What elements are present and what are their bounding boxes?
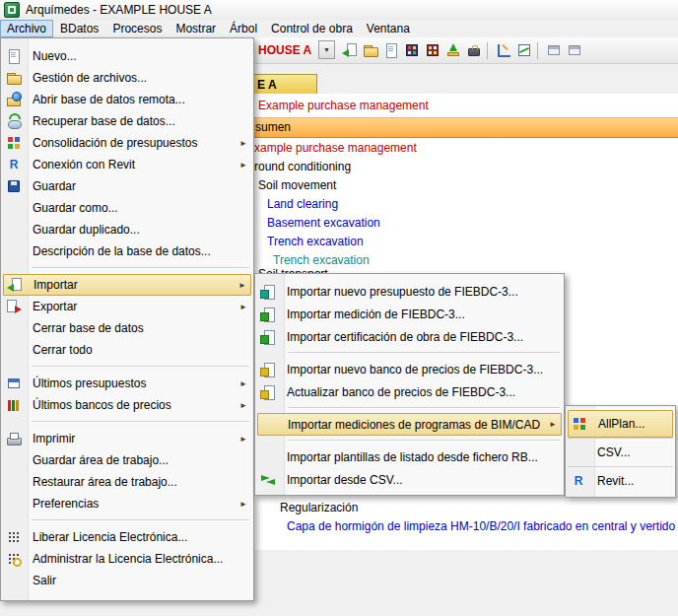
- tree-item[interactable]: xample purchase management: [254, 141, 417, 155]
- menu-item-ultimos-presupuestos[interactable]: Últimos presupuestos ►: [1, 373, 253, 394]
- submenu-item-csv[interactable]: CSV...: [566, 439, 675, 466]
- tree-item[interactable]: Land clearing: [267, 197, 338, 211]
- submenu-item-importar-presupuesto-fiebdc[interactable]: Importar nuevo presupuesto de FIEBDC-3..…: [255, 280, 564, 303]
- tree-item: sumen: [255, 120, 291, 134]
- menu-item-label: Importar certificación de obra de FIEBDC…: [287, 330, 560, 344]
- menubar-item-procesos[interactable]: Procesos: [105, 20, 169, 37]
- menu-item-label: Exportar: [33, 300, 239, 313]
- menu-item-nuevo[interactable]: Nuevo...: [1, 45, 253, 67]
- copy-document-icon[interactable]: [380, 40, 399, 60]
- menu-item-abrir-bd-remota[interactable]: Abrir base de datos remota...: [1, 89, 253, 110]
- menu-item-conexion-revit[interactable]: R Conexión con Revit ►: [1, 154, 253, 175]
- budget-database-icon[interactable]: [401, 40, 420, 60]
- tree-item[interactable]: round conditioning: [254, 160, 351, 173]
- submenu-item-actualizar-banco-fiebdc[interactable]: Actualizar banco de precios de FIEBDC-3.…: [255, 380, 564, 403]
- tree-item[interactable]: Example purchase management: [258, 99, 429, 112]
- menu-item-label: Liberar Licencia Electrónica...: [33, 530, 249, 544]
- tree-item[interactable]: Trench excavation: [267, 235, 364, 248]
- import-icon: [7, 277, 23, 293]
- submenu-item-plantillas-rb[interactable]: Importar plantillas de listado desde fic…: [255, 445, 564, 468]
- submenu-item-mediciones-bim-cad[interactable]: Importar mediciones de programas de BIM/…: [257, 413, 562, 436]
- import-document-icon[interactable]: [339, 40, 358, 60]
- menu-item-restaurar-area[interactable]: Restaurar área de trabajo...: [1, 471, 253, 493]
- submenu-arrow-icon: ►: [239, 139, 247, 148]
- menubar-item-mostrar[interactable]: Mostrar: [169, 20, 223, 37]
- submenu-item-revit[interactable]: R Revit...: [566, 467, 675, 495]
- file-menu: Nuevo... Gestión de archivos... Abrir ba…: [0, 37, 254, 601]
- blank-icon: [571, 445, 586, 460]
- menubar-item-archivo[interactable]: Archivo: [0, 20, 53, 37]
- menu-item-ultimos-bancos[interactable]: Últimos bancos de precios ►: [1, 394, 253, 416]
- document-selector-dropdown[interactable]: ▼: [318, 40, 335, 59]
- menu-item-label: Restaurar área de trabajo...: [33, 475, 249, 489]
- menu-item-label: Guardar como...: [33, 201, 249, 215]
- menubar-item-arbol[interactable]: Árbol: [223, 20, 264, 37]
- admin-license-icon: [6, 551, 22, 567]
- recover-database-icon: [6, 113, 22, 129]
- blank-icon: [260, 449, 276, 465]
- menu-item-salir[interactable]: Salir: [1, 570, 253, 591]
- menu-item-gestion-archivos[interactable]: Gestión de archivos...: [1, 67, 253, 89]
- menu-separator: [1, 361, 253, 373]
- folder-glyph: [363, 42, 378, 58]
- up-arrow-glyph: [445, 42, 461, 58]
- menu-item-label: Últimos bancos de precios: [33, 398, 239, 412]
- menu-item-label: Guardar duplicado...: [33, 223, 249, 237]
- submenu-item-banco-precios-fiebdc[interactable]: Importar nuevo banco de precios de FIEBD…: [255, 358, 564, 380]
- toolbox-glyph: [466, 42, 482, 58]
- menu-item-guardar-area[interactable]: Guardar área de trabajo...: [1, 449, 253, 471]
- export-icon: [6, 299, 22, 314]
- menu-item-cerrar-bd[interactable]: Cerrar base de datos: [1, 317, 253, 339]
- measurement-icon[interactable]: [493, 40, 511, 60]
- tree-item[interactable]: Regularización: [280, 501, 358, 514]
- release-license-icon: [6, 529, 22, 545]
- update-prices-icon[interactable]: [442, 40, 461, 60]
- csv-import-icon: [260, 472, 276, 488]
- menu-item-label: Recuperar base de datos...: [33, 114, 249, 128]
- blank-icon: [6, 573, 22, 588]
- tree-item[interactable]: Basement excavation: [267, 216, 380, 230]
- save-icon: [6, 178, 22, 194]
- menubar-item-bdatos[interactable]: BDatos: [53, 20, 105, 37]
- window-title: Arquímedes - EXAMPLE HOUSE A: [26, 3, 212, 17]
- menu-item-label: Cerrar todo: [33, 343, 249, 357]
- menu-item-imprimir[interactable]: Imprimir ►: [1, 428, 253, 449]
- file-folder-icon[interactable]: [360, 40, 378, 60]
- menu-item-guardar-como[interactable]: Guardar como...: [1, 197, 253, 219]
- menu-item-recuperar-bd[interactable]: Recuperar base de datos...: [1, 110, 253, 132]
- menu-item-importar[interactable]: Importar ►: [3, 274, 251, 296]
- menu-item-preferencias[interactable]: Preferencias ►: [1, 493, 253, 514]
- submenu-arrow-icon: ►: [239, 435, 247, 444]
- submenu-item-importar-csv[interactable]: Importar desde CSV...: [255, 468, 564, 491]
- menu-item-liberar-licencia[interactable]: Liberar Licencia Electrónica...: [1, 526, 253, 548]
- window-cascade-icon[interactable]: [564, 40, 582, 60]
- chart-icon[interactable]: [513, 40, 532, 60]
- tree-item[interactable]: Capa de hormigón de limpieza HM-10/B/20/…: [287, 519, 678, 533]
- menu-item-consolidacion[interactable]: Consolidación de presupuestos ►: [1, 132, 253, 154]
- menubar-item-ventana[interactable]: Ventana: [360, 20, 417, 37]
- menu-item-label: AllPlan...: [598, 417, 670, 431]
- menu-separator: [255, 348, 564, 358]
- menu-item-cerrar-todo[interactable]: Cerrar todo: [1, 339, 253, 361]
- menu-item-guardar[interactable]: Guardar: [1, 175, 253, 197]
- blank-icon: [6, 200, 22, 216]
- document-selector-label[interactable]: HOUSE A: [258, 43, 311, 57]
- toolbox-icon[interactable]: [463, 40, 482, 60]
- menu-item-label: Salir: [33, 574, 249, 587]
- menu-item-exportar[interactable]: Exportar ►: [1, 296, 253, 317]
- submenu-item-allplan[interactable]: AllPlan...: [568, 410, 673, 438]
- menu-item-guardar-duplicado[interactable]: Guardar duplicado...: [1, 219, 253, 240]
- fiebdc-certification-icon: [260, 329, 276, 345]
- submenu-item-medicion-fiebdc[interactable]: Importar medición de FIEBDC-3...: [255, 303, 564, 325]
- menu-item-label: Actualizar banco de precios de FIEBDC-3.…: [287, 385, 560, 399]
- import-submenu: Importar nuevo presupuesto de FIEBDC-3..…: [254, 273, 565, 496]
- menu-item-descripcion-bd[interactable]: Descripción de la base de datos...: [1, 240, 253, 262]
- consolidation-icon: [6, 135, 22, 151]
- price-bank-icon[interactable]: [422, 40, 441, 60]
- tree-item[interactable]: Trench excavation: [273, 253, 370, 267]
- menu-item-administrar-licencia[interactable]: Administrar la Licencia Electrónica...: [1, 548, 253, 570]
- submenu-item-certificacion-fiebdc[interactable]: Importar certificación de obra de FIEBDC…: [255, 325, 564, 348]
- menubar-item-control-de-obra[interactable]: Control de obra: [264, 20, 360, 37]
- window-tile-icon[interactable]: [543, 40, 562, 60]
- tree-item[interactable]: Soil movement: [258, 178, 336, 192]
